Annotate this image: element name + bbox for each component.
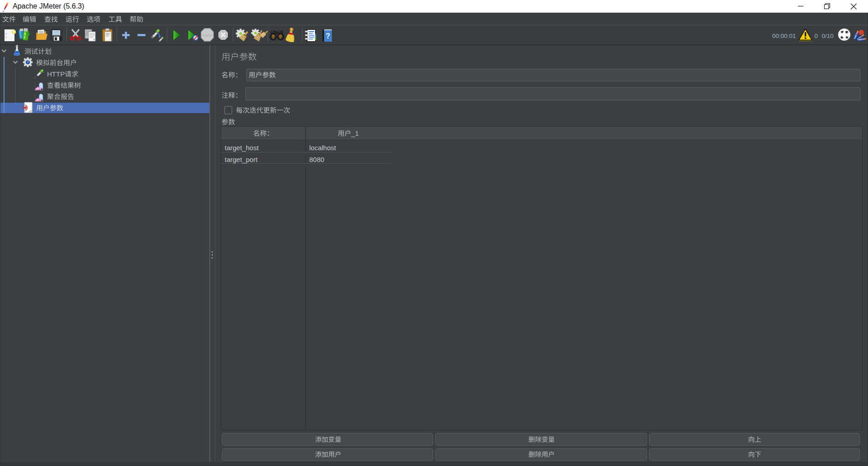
svg-text:HTTP: HTTP <box>47 70 65 78</box>
svg-text:_1: _1 <box>351 129 359 137</box>
svg-text:STOP: STOP <box>203 33 212 38</box>
svg-text:?: ? <box>326 32 330 40</box>
